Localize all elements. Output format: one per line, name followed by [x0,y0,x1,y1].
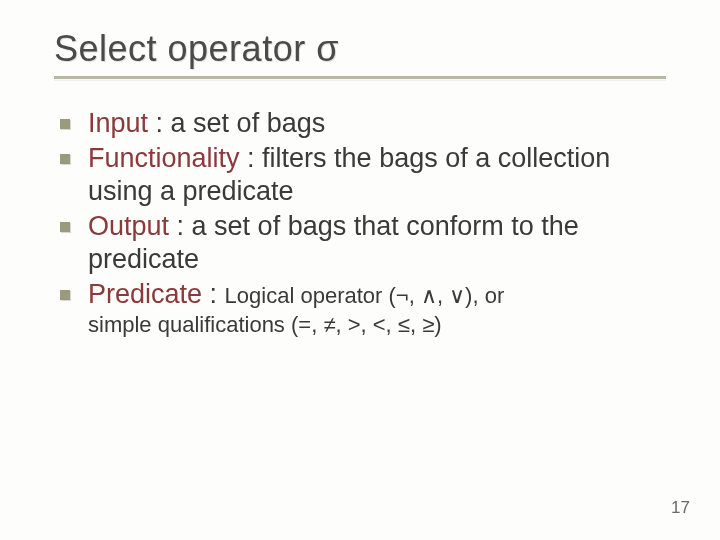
predicate-qual-ops: =, ≠, >, <, ≤, ≥ [298,312,434,337]
slide: Select operator σ Input : a set of bags … [0,0,720,540]
bullet-functionality: Functionality : filters the bags of a co… [60,142,666,208]
slide-title: Select operator σ [54,28,666,70]
bullet-predicate: Predicate : Logical operator (¬, ∧, ∨), … [60,278,666,311]
slide-body: Input : a set of bags Functionality : fi… [60,107,666,338]
title-underline [54,76,666,79]
square-bullet-icon [60,290,70,300]
bullet-text: a set of bags [171,108,326,138]
page-number: 17 [671,498,690,518]
predicate-logical-lead: Logical operator ( [225,283,396,308]
bullet-sep: : [202,279,225,309]
bullet-sep: : [240,143,263,173]
bullet-input: Input : a set of bags [60,107,666,140]
bullet-label: Predicate [88,279,202,309]
square-bullet-icon [60,119,70,129]
bullet-label: Output [88,211,169,241]
bullet-output: Output : a set of bags that conform to t… [60,210,666,276]
predicate-logical-ops: ¬, ∧, ∨ [396,283,465,308]
bullet-sep: : [169,211,192,241]
bullet-sep: : [148,108,171,138]
predicate-continuation: simple qualifications (=, ≠, >, <, ≤, ≥) [60,311,666,339]
sigma-symbol: σ [316,28,339,69]
predicate-logical-tail: ), or [465,283,504,308]
predicate-qual-tail: ) [434,312,441,337]
square-bullet-icon [60,222,70,232]
bullet-label: Functionality [88,143,240,173]
square-bullet-icon [60,154,70,164]
title-text: Select operator [54,28,316,69]
bullet-label: Input [88,108,148,138]
predicate-qual-lead: simple qualifications ( [88,312,298,337]
